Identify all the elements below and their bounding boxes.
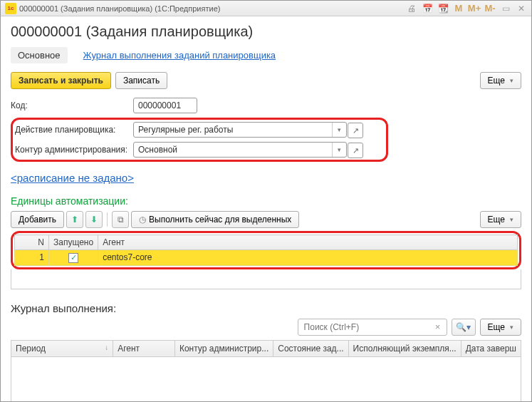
print-icon[interactable]: 🖨 (406, 3, 417, 14)
m-button[interactable]: M (453, 3, 464, 14)
grid-empty-area (11, 269, 521, 289)
calendar-icon[interactable]: 📅 (422, 3, 433, 14)
page-title: 000000001 (Задания планировщика) (11, 24, 521, 40)
table-row[interactable]: 1 centos7-core (15, 250, 518, 266)
action-field[interactable]: Регулярные рег. работы ▾ ↗ (133, 122, 347, 138)
move-up-icon[interactable]: ⬆ (66, 211, 83, 228)
units-title: Единицы автоматизации: (11, 195, 521, 207)
checkbox-icon[interactable] (68, 253, 78, 263)
units-more-button[interactable]: Еще (480, 211, 521, 228)
log-more-button[interactable]: Еще (480, 319, 521, 336)
search-box: × (298, 319, 447, 336)
col-status[interactable]: Состояние зад... (273, 340, 348, 356)
date-icon[interactable]: 📆 (437, 3, 449, 14)
sort-icon: ↓ (105, 344, 108, 351)
search-button[interactable]: 🔍▾ (452, 319, 476, 336)
col-period[interactable]: Период↓ (11, 340, 113, 356)
circuit-field[interactable]: Основной ▾ ↗ (133, 142, 347, 158)
tabs: Основное Журнал выполнения заданий плани… (11, 47, 521, 63)
tab-main[interactable]: Основное (11, 47, 68, 63)
code-field[interactable]: 000000001 (133, 98, 197, 113)
schedule-link[interactable]: <расписание не задано> (11, 172, 134, 184)
add-button[interactable]: Добавить (11, 211, 64, 228)
cell-launched[interactable] (49, 250, 98, 266)
app-logo: 1c (5, 3, 16, 14)
log-empty-area (11, 357, 521, 403)
code-value: 000000001 (138, 100, 181, 110)
col-n[interactable]: N (15, 235, 49, 250)
more-button[interactable]: Еще (480, 72, 521, 89)
action-value: Регулярные рег. работы (138, 125, 233, 135)
m-plus-button[interactable]: M+ (469, 3, 480, 14)
col-agent[interactable]: Агент (98, 235, 518, 250)
circuit-value: Основной (138, 145, 177, 155)
log-title: Журнал выполнения: (11, 302, 521, 314)
save-button[interactable]: Записать (115, 72, 167, 89)
log-grid: Период↓ Агент Контур администрир... Сост… (11, 340, 521, 357)
divider (107, 212, 108, 227)
save-close-button[interactable]: Записать и закрыть (11, 72, 111, 89)
m-minus-button[interactable]: M- (484, 3, 496, 14)
dropdown-icon[interactable]: ▾ (332, 123, 346, 137)
clear-icon[interactable]: × (432, 321, 444, 334)
move-down-icon[interactable]: ⬇ (85, 211, 103, 228)
col-circuit[interactable]: Контур администрир... (174, 340, 273, 356)
col-agent[interactable]: Агент (113, 340, 175, 356)
search-input[interactable] (298, 319, 447, 336)
dropdown-icon[interactable]: ▾ (332, 143, 346, 157)
open-icon[interactable]: ↗ (348, 143, 363, 158)
clock-icon: ◷ (139, 215, 146, 225)
tab-log[interactable]: Журнал выполнения заданий планировщика (76, 47, 283, 63)
close-icon[interactable]: ✕ (516, 3, 527, 14)
minimize-icon[interactable]: ▭ (500, 3, 511, 14)
cell-n: 1 (15, 250, 49, 266)
col-launched[interactable]: Запущено (49, 235, 98, 250)
col-finished[interactable]: Дата заверш (461, 340, 521, 356)
open-icon[interactable]: ↗ (348, 123, 363, 138)
highlighted-fields: Действие планировщика: Регулярные рег. р… (11, 118, 388, 162)
run-selected-label: Выполнить сейчас для выделенных (149, 215, 291, 225)
titlebar: 1c 000000001 (Задания планировщика) (1С:… (1, 1, 531, 16)
circuit-label: Контур администрирования: (15, 145, 133, 155)
window-title: 000000001 (Задания планировщика) (1С:Пре… (19, 4, 406, 13)
cell-agent: centos7-core (98, 250, 518, 266)
code-label: Код: (11, 100, 133, 110)
run-selected-button[interactable]: ◷ Выполнить сейчас для выделенных (131, 211, 299, 228)
units-grid: N Запущено Агент 1 centos7-core (14, 234, 518, 266)
units-grid-highlight: N Запущено Агент 1 centos7-core (11, 231, 521, 269)
col-executor[interactable]: Исполняющий экземпля... (348, 340, 461, 356)
action-label: Действие планировщика: (15, 125, 133, 135)
copy-icon[interactable]: ⧉ (112, 211, 129, 228)
